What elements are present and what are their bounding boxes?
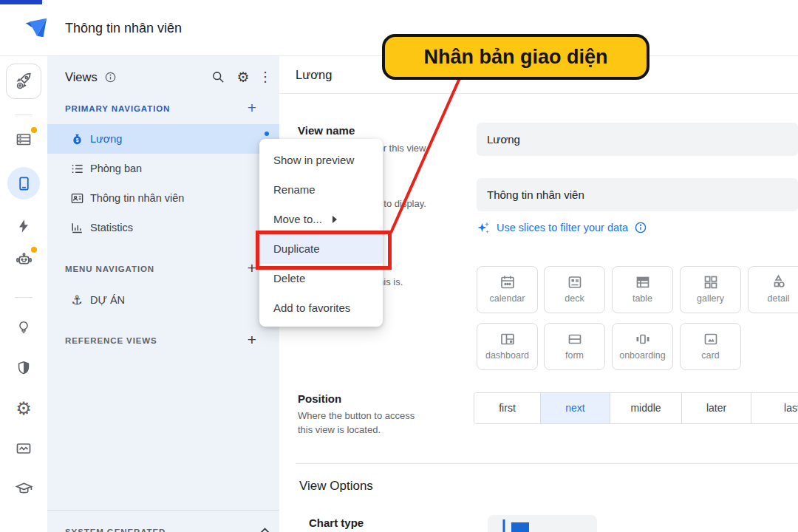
use-slices-label: Use slices to filter your data xyxy=(497,222,628,233)
app-preview-rocket-icon[interactable] xyxy=(6,64,41,99)
mini-bar-chart-icon xyxy=(488,515,597,532)
svg-text:$: $ xyxy=(75,137,78,143)
use-slices-link[interactable]: Use slices to filter your data xyxy=(477,221,647,234)
menu-delete[interactable]: Delete xyxy=(259,264,383,293)
card-icon xyxy=(702,330,720,348)
manage-monitor-icon[interactable] xyxy=(14,439,33,458)
assistant-badge xyxy=(31,247,37,253)
add-reference-view-button[interactable]: + xyxy=(244,330,260,351)
data-badge xyxy=(31,127,37,133)
menu-move-to[interactable]: Move to... xyxy=(259,205,383,234)
intelligence-bulb-icon[interactable] xyxy=(14,318,33,337)
nav-item-label: Lương xyxy=(90,124,122,154)
data-tables-icon[interactable] xyxy=(14,130,33,149)
nav-item-label: DỰ ÁN xyxy=(90,285,125,315)
bullet-list-icon xyxy=(69,161,84,176)
nav-item-label: Thông tin nhân viên xyxy=(90,183,184,213)
system-generated-toggle[interactable]: SYSTEM GENERATED xyxy=(65,522,272,532)
security-shield-icon[interactable] xyxy=(14,358,33,378)
gallery-icon xyxy=(702,273,720,291)
sparkle-icon xyxy=(477,221,490,234)
anchor-icon: ⚓ xyxy=(69,293,84,307)
position-middle[interactable]: middle xyxy=(610,393,682,423)
menu-rename[interactable]: Rename xyxy=(259,175,383,205)
views-panel: Views ⚙ ⋮ PRIMARY NAVIGATION + $ Lương P… xyxy=(47,56,279,532)
section-divider xyxy=(296,463,798,464)
nav-item-label: Phòng ban xyxy=(90,154,142,183)
view-type-calendar[interactable]: calendar xyxy=(477,266,538,313)
collapse-chevron-icon xyxy=(260,528,270,532)
for-this-data-input[interactable]: Thông tin nhân viên xyxy=(477,178,798,211)
panel-footer-divider xyxy=(47,510,279,511)
deck-icon xyxy=(566,273,584,291)
item-more-options-dot[interactable] xyxy=(265,132,269,136)
learning-cap-icon[interactable] xyxy=(14,479,33,498)
nav-item-phong-ban[interactable]: Phòng ban xyxy=(47,154,279,183)
browser-corner-strip xyxy=(0,0,42,4)
form-icon xyxy=(566,330,584,348)
appsheet-logo-icon xyxy=(22,14,50,42)
bar-chart-icon xyxy=(69,220,84,235)
view-type-dashboard[interactable]: dashboard xyxy=(477,323,538,370)
money-bag-icon: $ xyxy=(69,132,84,146)
menu-show-in-preview[interactable]: Show in preview xyxy=(259,146,383,175)
editor-rail: ⚙ xyxy=(0,56,47,532)
automation-bolt-icon[interactable] xyxy=(14,216,33,236)
nav-item-label: Statistics xyxy=(90,213,133,242)
view-type-card[interactable]: card xyxy=(680,323,741,370)
app-title: Thông tin nhân viên xyxy=(65,0,182,56)
chart-type-picker[interactable] xyxy=(488,515,597,532)
menu-add-to-favorites[interactable]: Add to favorites xyxy=(259,293,383,323)
position-later[interactable]: later xyxy=(682,393,751,423)
view-type-gallery[interactable]: gallery xyxy=(680,266,741,313)
contact-card-icon xyxy=(69,191,84,205)
calendar-icon xyxy=(499,273,516,291)
view-name-label: View name xyxy=(298,124,355,137)
section-system-generated: SYSTEM GENERATED xyxy=(65,522,166,532)
position-next[interactable]: next xyxy=(541,393,610,423)
views-settings-gear-icon[interactable]: ⚙ xyxy=(235,69,251,85)
view-options-heading: View Options xyxy=(299,479,373,494)
rail-divider xyxy=(15,115,33,115)
onboarding-icon xyxy=(634,330,652,348)
search-icon[interactable] xyxy=(210,69,226,85)
detail-icon xyxy=(770,273,788,291)
add-primary-view-button[interactable]: + xyxy=(244,98,260,119)
submenu-arrow-icon xyxy=(332,216,337,223)
info-icon[interactable] xyxy=(635,222,647,233)
more-options-icon[interactable]: ⋮ xyxy=(257,69,273,85)
position-label: Position xyxy=(298,392,341,405)
annotation-callout: Nhân bản giao diện xyxy=(382,34,649,80)
table-icon xyxy=(634,273,652,291)
assistant-robot-icon[interactable] xyxy=(14,250,33,269)
view-settings-title: Lương xyxy=(296,56,332,94)
view-context-menu: Show in preview Rename Move to... Duplic… xyxy=(259,139,383,327)
view-type-onboarding[interactable]: onboarding xyxy=(612,323,673,370)
dashboard-icon xyxy=(499,330,516,348)
position-segmented-control: first next middle later last xyxy=(474,392,798,424)
settings-gear-icon[interactable]: ⚙ xyxy=(14,399,33,418)
add-menu-view-button[interactable]: + xyxy=(244,259,260,279)
position-first[interactable]: first xyxy=(474,393,541,423)
position-helper: Where the button to access this view is … xyxy=(298,409,429,437)
chart-type-label: Chart type xyxy=(309,516,364,529)
view-name-input[interactable]: Lương xyxy=(477,123,798,156)
view-type-deck[interactable]: deck xyxy=(544,266,605,313)
views-panel-title: Views xyxy=(65,64,98,90)
view-type-detail[interactable]: detail xyxy=(748,266,798,313)
section-menu-navigation: MENU NAVIGATION xyxy=(65,259,154,279)
view-type-table[interactable]: table xyxy=(612,266,673,313)
nav-item-luong[interactable]: $ Lương xyxy=(47,124,279,154)
rail-divider xyxy=(15,297,33,298)
view-type-form[interactable]: form xyxy=(544,323,605,370)
nav-item-thong-tin-nhan-vien[interactable]: Thông tin nhân viên xyxy=(47,183,279,213)
position-last[interactable]: last xyxy=(751,393,798,423)
app-views-icon[interactable] xyxy=(14,174,33,193)
info-icon[interactable] xyxy=(105,72,116,83)
nav-item-statistics[interactable]: Statistics xyxy=(47,213,279,242)
section-reference-views: REFERENCE VIEWS xyxy=(65,330,157,351)
section-primary-navigation: PRIMARY NAVIGATION xyxy=(65,98,170,119)
nav-item-du-an[interactable]: ⚓ DỰ ÁN xyxy=(47,285,279,315)
menu-duplicate[interactable]: Duplicate xyxy=(259,234,383,264)
